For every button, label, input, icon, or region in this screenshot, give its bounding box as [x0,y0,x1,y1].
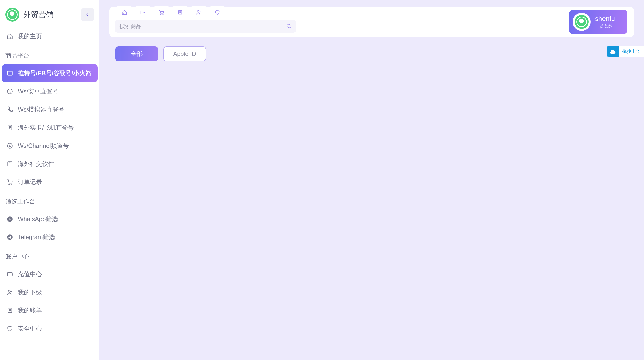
topbar: shenfu 一贫如洗 [109,7,634,37]
whatsapp-icon [6,142,13,149]
phone-icon [6,106,13,113]
user-subtitle: 一贫如洗 [595,23,615,29]
sidebar-item-label: Ws/Channel频道号 [18,142,69,150]
sidebar-header: 外贸营销 [2,0,98,27]
search-box [115,20,296,33]
sidebar-item-label: Ws/安卓直登号 [18,87,58,95]
sidebar-item-label: 订单记录 [18,178,42,186]
top-tab[interactable] [134,6,152,19]
main-area: shenfu 一贫如洗 全部Apple ID [99,0,644,360]
sidebar-item[interactable]: 海外实卡/飞机直登号 [2,119,98,137]
top-tab[interactable] [189,6,208,19]
sidebar-item[interactable]: 订单记录 [2,173,98,191]
user-card[interactable]: shenfu 一贫如洗 [569,10,627,34]
top-tab[interactable] [208,6,227,19]
sidebar-item[interactable]: Ws/安卓直登号 [2,82,98,100]
sidebar-item-label: 海外实卡/飞机直登号 [18,124,74,132]
search-button[interactable] [286,23,292,30]
whatsapp-solid-icon [6,215,13,223]
sidebar-item-label: 我的下级 [18,288,42,296]
sidebar: 外贸营销 我的主页 商品平台 推特号/FB号/谷歌号/小火箭Ws/安卓直登号Ws… [0,0,99,360]
users-icon [196,10,202,15]
sidebar-item-label: Telegram筛选 [18,233,55,241]
upload-label: 拖拽上传 [619,48,644,54]
sidebar-item-label: 安全中心 [18,325,42,333]
wallet-icon [6,271,13,278]
user-name: shenfu [595,15,615,23]
sidebar-item[interactable]: WhatsApp筛选 [2,210,98,228]
top-tab[interactable] [171,6,189,19]
sidebar-item[interactable]: 安全中心 [2,319,98,338]
filter-row: 全部Apple ID [109,37,634,61]
sidebar-item[interactable]: 海外社交软件 [2,155,98,173]
home-icon [6,33,13,40]
wallet-icon [140,10,146,15]
receipt-icon [177,10,183,15]
sidebar-collapse-button[interactable] [81,8,94,21]
cart-icon [6,178,13,186]
sidebar-item[interactable]: 推特号/FB号/谷歌号/小火箭 [2,64,98,82]
cart-icon [159,10,164,15]
filter-chip[interactable]: Apple ID [163,46,206,61]
avatar [573,13,591,31]
sidebar-item-label: 海外社交软件 [18,160,54,168]
search-icon [286,23,292,29]
sim-icon [6,124,13,131]
sidebar-item-home[interactable]: 我的主页 [2,27,98,45]
telegram-icon [6,234,13,241]
filter-chip[interactable]: 全部 [115,46,158,61]
users-icon [6,289,13,296]
sidebar-item[interactable]: Ws/模拟器直登号 [2,100,98,119]
sidebar-item[interactable]: 我的下级 [2,283,98,301]
home-icon [122,10,127,15]
whatsapp-icon [6,88,13,95]
top-tab[interactable] [115,6,134,19]
sidebar-item-label: Ws/模拟器直登号 [18,105,64,114]
sidebar-item-label: WhatsApp筛选 [18,215,58,223]
sidebar-item-label: 我的账单 [18,306,42,314]
top-tab-strip [115,6,227,19]
sidebar-section-filter: 筛选工作台 [2,191,98,210]
brand-title: 外贸营销 [23,10,77,20]
sidebar-item[interactable]: Ws/Channel频道号 [2,137,98,155]
sidebar-item[interactable]: 充值中心 [2,265,98,283]
sidebar-item[interactable]: 我的账单 [2,301,98,319]
sidebar-section-products: 商品平台 [2,45,98,64]
drag-upload-tab[interactable]: 拖拽上传 [607,46,644,57]
brand-logo [5,8,19,22]
shield-icon [215,10,220,15]
shield-icon [6,325,13,332]
cloud-upload-icon [607,46,619,57]
sidebar-item-label: 充值中心 [18,270,42,278]
sidebar-item[interactable]: Telegram筛选 [2,228,98,246]
chevron-left-icon [85,12,90,17]
sidebar-item-label: 我的主页 [18,32,42,40]
top-tab[interactable] [152,6,171,19]
sidebar-item-label: 推特号/FB号/谷歌号/小火箭 [18,69,91,77]
chat-icon [6,70,13,77]
sidebar-section-account: 账户中心 [2,246,98,265]
box-f-icon [6,160,13,167]
receipt-icon [6,307,13,314]
search-input[interactable] [119,23,286,30]
